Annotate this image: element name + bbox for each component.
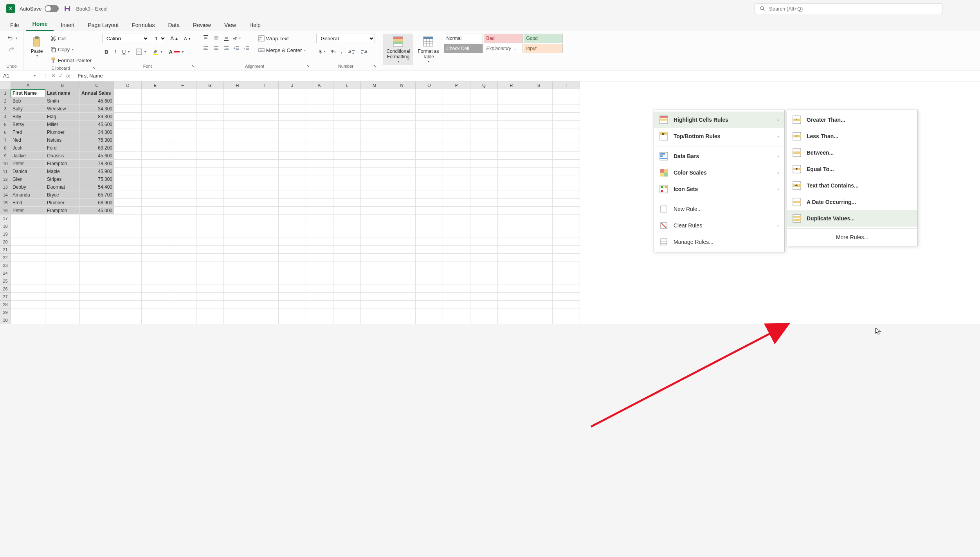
cell-A7[interactable]: Ned [11, 136, 45, 144]
cell-M29[interactable] [361, 308, 388, 316]
cell-L28[interactable] [333, 301, 361, 308]
menu-color-scales[interactable]: Color Scales› [654, 164, 784, 181]
cell-Q6[interactable] [470, 128, 498, 136]
cell-K24[interactable] [306, 269, 333, 277]
menu-top-bottom-rules[interactable]: 10 Top/Bottom Rules› [654, 128, 784, 144]
cell-O20[interactable] [416, 238, 443, 246]
toggle-switch[interactable] [45, 5, 59, 12]
cell-S8[interactable] [525, 144, 553, 152]
cell-S24[interactable] [525, 269, 553, 277]
cell-C1[interactable]: Annual Sales [80, 89, 114, 97]
cell-T30[interactable] [553, 316, 580, 324]
row-header-21[interactable]: 21 [0, 246, 11, 254]
cell-J26[interactable] [279, 285, 306, 293]
cell-A8[interactable]: Josh [11, 144, 45, 152]
cell-C13[interactable]: 54,400 [80, 183, 114, 191]
cell-B25[interactable] [45, 277, 80, 285]
cell-A5[interactable]: Betsy [11, 121, 45, 128]
cell-C15[interactable]: 68,900 [80, 199, 114, 207]
cell-N30[interactable] [388, 316, 416, 324]
cell-I13[interactable] [251, 183, 279, 191]
style-normal[interactable]: Normal [444, 34, 483, 43]
cell-K4[interactable] [306, 113, 333, 121]
cell-S14[interactable] [525, 191, 553, 199]
row-header-13[interactable]: 13 [0, 183, 11, 191]
tab-formulas[interactable]: Formulas [126, 19, 161, 31]
cell-T29[interactable] [553, 308, 580, 316]
cell-D19[interactable] [114, 230, 142, 238]
cell-G22[interactable] [196, 254, 224, 261]
cell-K6[interactable] [306, 128, 333, 136]
cell-B13[interactable]: Doormat [45, 183, 80, 191]
cell-Q18[interactable] [470, 222, 498, 230]
cell-C4[interactable]: 89,300 [80, 113, 114, 121]
cell-G16[interactable] [196, 207, 224, 215]
cell-F25[interactable] [169, 277, 196, 285]
cell-I14[interactable] [251, 191, 279, 199]
cell-E23[interactable] [142, 261, 169, 269]
cell-J2[interactable] [279, 97, 306, 105]
cell-A22[interactable] [11, 254, 45, 261]
cell-K15[interactable] [306, 199, 333, 207]
cell-M17[interactable] [361, 215, 388, 222]
cell-O1[interactable] [416, 89, 443, 97]
cell-T11[interactable] [553, 168, 580, 175]
select-all-corner[interactable] [0, 81, 11, 89]
cell-L24[interactable] [333, 269, 361, 277]
cell-C16[interactable]: 45,000 [80, 207, 114, 215]
increase-indent-button[interactable] [242, 44, 251, 52]
cell-K7[interactable] [306, 136, 333, 144]
cell-H4[interactable] [224, 113, 251, 121]
cell-N18[interactable] [388, 222, 416, 230]
submenu-equal-to[interactable]: = Equal To... [787, 161, 917, 177]
cell-N13[interactable] [388, 183, 416, 191]
cell-F14[interactable] [169, 191, 196, 199]
cell-H30[interactable] [224, 316, 251, 324]
cell-L25[interactable] [333, 277, 361, 285]
cell-J15[interactable] [279, 199, 306, 207]
row-header-2[interactable]: 2 [0, 97, 11, 105]
cell-P3[interactable] [443, 105, 470, 113]
cell-F6[interactable] [169, 128, 196, 136]
cell-I1[interactable] [251, 89, 279, 97]
row-header-5[interactable]: 5 [0, 121, 11, 128]
cell-N2[interactable] [388, 97, 416, 105]
cell-R8[interactable] [498, 144, 525, 152]
cell-H18[interactable] [224, 222, 251, 230]
cell-H28[interactable] [224, 301, 251, 308]
cell-Q1[interactable] [470, 89, 498, 97]
cell-H22[interactable] [224, 254, 251, 261]
name-box-dropdown-icon[interactable]: ▾ [34, 74, 36, 78]
cell-F16[interactable] [169, 207, 196, 215]
row-header-30[interactable]: 30 [0, 316, 11, 324]
col-header-L[interactable]: L [333, 81, 361, 89]
cell-J28[interactable] [279, 301, 306, 308]
cell-K23[interactable] [306, 261, 333, 269]
cell-B12[interactable]: Stripes [45, 175, 80, 183]
cell-P6[interactable] [443, 128, 470, 136]
cell-Q24[interactable] [470, 269, 498, 277]
cell-R30[interactable] [498, 316, 525, 324]
row-header-23[interactable]: 23 [0, 261, 11, 269]
cell-F10[interactable] [169, 160, 196, 168]
conditional-formatting-button[interactable]: Conditional Formatting▾ [383, 34, 413, 65]
style-good[interactable]: Good [524, 34, 563, 43]
font-size-select[interactable]: 11 [151, 34, 166, 43]
cell-T13[interactable] [553, 183, 580, 191]
cell-R24[interactable] [498, 269, 525, 277]
cell-K30[interactable] [306, 316, 333, 324]
cell-E28[interactable] [142, 301, 169, 308]
cell-M23[interactable] [361, 261, 388, 269]
cell-P29[interactable] [443, 308, 470, 316]
cell-L9[interactable] [333, 152, 361, 160]
row-header-26[interactable]: 26 [0, 285, 11, 293]
cell-M12[interactable] [361, 175, 388, 183]
cell-P2[interactable] [443, 97, 470, 105]
cell-B26[interactable] [45, 285, 80, 293]
number-launcher-icon[interactable]: ⬊ [373, 64, 377, 68]
col-header-N[interactable]: N [388, 81, 416, 89]
cell-F29[interactable] [169, 308, 196, 316]
cell-O23[interactable] [416, 261, 443, 269]
cell-K11[interactable] [306, 168, 333, 175]
cell-P12[interactable] [443, 175, 470, 183]
